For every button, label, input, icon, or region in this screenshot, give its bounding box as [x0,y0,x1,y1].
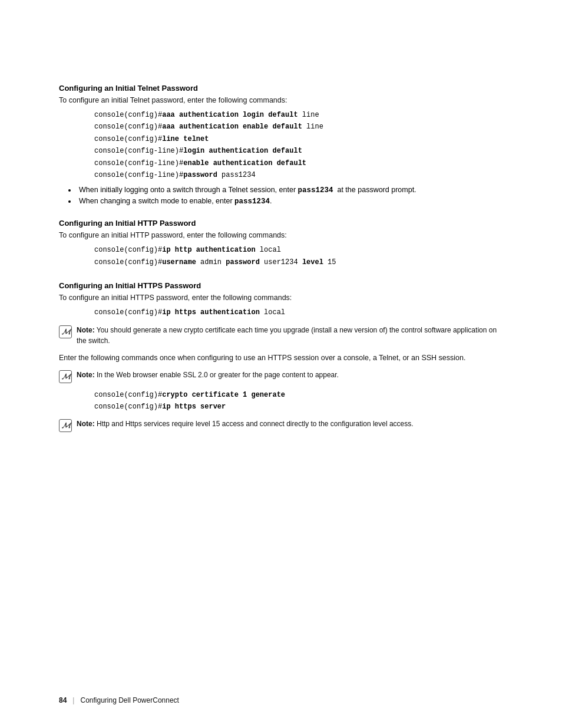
https-note-1-text: Note: You should generate a new crypto c… [77,325,503,346]
http-code-line-2: console(config)#username admin password … [94,256,503,268]
https-code-line-3: console(config)#ip https server [94,401,503,413]
https-note-2-text: Note: In the Web browser enable SSL 2.0 … [77,370,339,380]
http-intro: To configure an initial HTTP password, e… [59,231,503,239]
footer-divider: | [72,696,74,704]
https-code-line-2: console(config)#crypto certificate 1 gen… [94,389,503,401]
https-note-2: 𝓜 Note: In the Web browser enable SSL 2.… [59,370,503,383]
telnet-code-line-2: console(config)#aaa authentication enabl… [94,121,503,133]
https-note-1: 𝓜 Note: You should generate a new crypto… [59,325,503,346]
telnet-section: Configuring an Initial Telnet Password T… [59,84,503,206]
https-body-text: Enter the following commands once when c… [59,352,503,364]
page-footer: 84 | Configuring Dell PowerConnect [59,696,179,704]
telnet-code-block: console(config)#aaa authentication login… [94,109,503,181]
telnet-code-line-3: console(config)#line telnet [94,133,503,145]
note-icon-2: 𝓜 [59,370,72,383]
https-note-3: 𝓜 Note: Http and Https services require … [59,419,503,432]
note-icon-3: 𝓜 [59,419,72,432]
note-icon-1: 𝓜 [59,325,72,338]
telnet-code-line-4: console(config-line)#login authenticatio… [94,145,503,157]
https-code-block-2: console(config)#crypto certificate 1 gen… [94,389,503,413]
telnet-code-line-6: console(config-line)#password pass1234 [94,169,503,181]
https-heading: Configuring an Initial HTTPS Password [59,281,503,290]
https-section: Configuring an Initial HTTPS Password To… [59,281,503,432]
page-number: 84 [59,696,67,704]
https-note-3-text: Note: Http and Https services require le… [77,419,414,429]
https-code-line-1: console(config)#ip https authentication … [94,307,503,318]
telnet-heading: Configuring an Initial Telnet Password [59,84,503,93]
http-heading: Configuring an Initial HTTP Password [59,219,503,228]
telnet-bullet-1: When initially logging onto a switch thr… [77,186,503,195]
telnet-bullet-list: When initially logging onto a switch thr… [77,186,503,206]
http-code-block: console(config)#ip http authentication l… [94,244,503,268]
telnet-code-line-5: console(config-line)#enable authenticati… [94,157,503,169]
telnet-bullet-2: When changing a switch mode to enable, e… [77,197,503,206]
https-code-block-1: console(config)#ip https authentication … [94,307,503,318]
https-intro: To configure an initial HTTPS password, … [59,294,503,302]
http-section: Configuring an Initial HTTP Password To … [59,219,503,268]
footer-text: Configuring Dell PowerConnect [80,696,178,704]
http-code-line-1: console(config)#ip http authentication l… [94,244,503,256]
telnet-intro: To configure an initial Telnet password,… [59,96,503,104]
telnet-code-line-1: console(config)#aaa authentication login… [94,109,503,121]
